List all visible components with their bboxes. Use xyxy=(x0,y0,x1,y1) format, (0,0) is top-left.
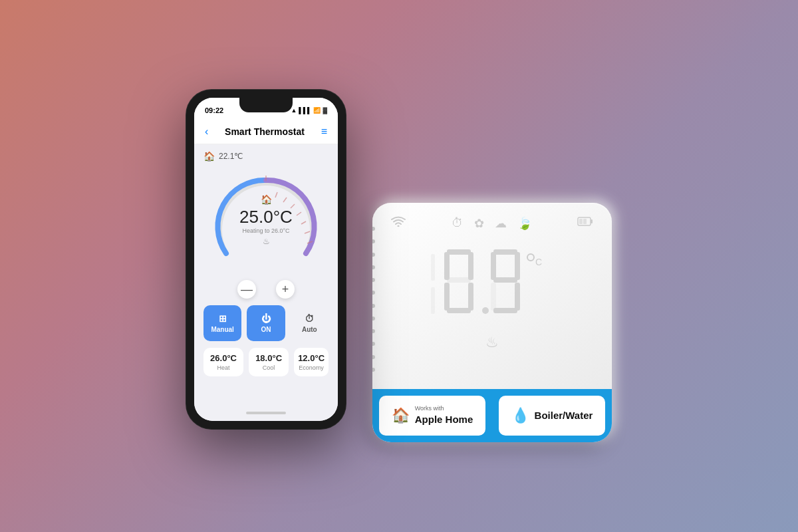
signal-icon: ▌▌▌ xyxy=(299,107,311,114)
boiler-text: Boiler/Water xyxy=(535,409,593,422)
thermostat-dial: 🏠 25.0°C Heating to 26.0°C ♨ xyxy=(203,167,329,273)
svg-line-3 xyxy=(297,212,301,215)
vent-slot xyxy=(372,265,375,269)
status-time: 09:22 xyxy=(205,106,223,114)
svg-rect-13 xyxy=(431,254,435,281)
heating-status: Heating to 26.0°C xyxy=(239,227,293,235)
auto-mode-button[interactable]: ⏱ Auto xyxy=(291,305,329,341)
phone-nav: ‹ Smart Thermostat ≡ xyxy=(194,119,338,144)
water-drop-icon: 💧 xyxy=(511,407,529,424)
cool-preset: 18.0°C Cool xyxy=(249,348,289,376)
phone-mockup: 09:22 ▲ ▌▌▌ 📶 ▓ ‹ Smart Thermostat ≡ 🏠 xyxy=(186,90,346,429)
power-icon: ⏻ xyxy=(261,313,271,324)
schedule-icon: ⏱ xyxy=(452,216,464,231)
svg-point-8 xyxy=(398,225,400,227)
svg-line-2 xyxy=(301,221,306,224)
manual-label: Manual xyxy=(211,326,233,333)
product-scene: 09:22 ▲ ▌▌▌ 📶 ▓ ‹ Smart Thermostat ≡ 🏠 xyxy=(186,90,612,442)
dial-home-icon: 🏠 xyxy=(239,194,293,205)
temperature-controls: — + xyxy=(203,280,329,299)
svg-rect-24 xyxy=(491,252,496,280)
phone-notch xyxy=(239,98,293,112)
svg-rect-25 xyxy=(515,252,520,280)
home-bar xyxy=(246,412,286,414)
increase-temp-button[interactable]: + xyxy=(276,280,295,299)
device-temperature-display: C xyxy=(372,237,612,334)
svg-rect-28 xyxy=(515,283,520,311)
vent-slot xyxy=(372,291,375,295)
svg-rect-23 xyxy=(493,249,517,255)
dial-temperature: 25.0°C xyxy=(239,207,293,227)
svg-rect-21 xyxy=(447,308,471,313)
compatibility-badge-bar: 🏠 Works with Apple Home 💧 Boiler/Water xyxy=(372,389,612,442)
on-mode-button[interactable]: ⏻ ON xyxy=(247,305,285,341)
vent-slot xyxy=(372,253,375,257)
home-bar-area xyxy=(194,405,338,421)
svg-text:C: C xyxy=(535,257,542,267)
settings-icon: ✿ xyxy=(474,216,484,231)
menu-button[interactable]: ≡ xyxy=(321,126,327,138)
svg-rect-11 xyxy=(579,219,583,224)
segment-display-svg: C xyxy=(399,244,585,324)
svg-point-22 xyxy=(482,307,489,314)
svg-rect-20 xyxy=(468,283,473,311)
svg-rect-17 xyxy=(468,252,473,280)
room-temp-value: 22.1℃ xyxy=(219,152,243,161)
wifi-status-icon xyxy=(391,216,406,231)
room-temperature: 🏠 22.1℃ xyxy=(203,151,329,162)
svg-rect-10 xyxy=(591,219,593,223)
boiler-water-badge: 💧 Boiler/Water xyxy=(499,396,605,436)
device-top-icons: ⏱ ✿ ☁ 🍃 xyxy=(372,203,612,237)
flame-indicator: ♨ xyxy=(239,237,293,246)
wifi-icon: 📶 xyxy=(313,107,321,114)
thermostat-device: ⏱ ✿ ☁ 🍃 xyxy=(372,203,612,442)
vent-slot xyxy=(372,355,375,359)
vent-slot xyxy=(372,342,375,346)
heating-flame-icon: ♨ xyxy=(485,334,499,351)
mode-buttons-container: ⊞ Manual ⏻ ON ⏱ Auto xyxy=(203,305,329,341)
auto-label: Auto xyxy=(302,326,317,333)
on-label: ON xyxy=(261,326,271,333)
svg-line-1 xyxy=(305,231,310,233)
svg-rect-26 xyxy=(493,277,517,283)
home-temp-icon: 🏠 xyxy=(203,151,215,162)
battery-icon: ▓ xyxy=(323,107,327,114)
vent-slot xyxy=(372,329,375,333)
manual-mode-button[interactable]: ⊞ Manual xyxy=(203,305,241,341)
works-with-label: Works with xyxy=(415,405,473,413)
apple-home-icon: 🏠 xyxy=(392,407,410,424)
svg-rect-14 xyxy=(431,287,435,314)
svg-rect-27 xyxy=(491,283,496,311)
app-content: 🏠 22.1℃ xyxy=(194,144,338,405)
heat-label: Heat xyxy=(207,364,239,371)
vent-slot xyxy=(372,368,375,372)
cloud-icon: ☁ xyxy=(495,216,507,231)
svg-rect-18 xyxy=(447,277,471,283)
apple-home-label: Apple Home xyxy=(415,413,473,426)
economy-label: Economy xyxy=(298,364,325,371)
cool-label: Cool xyxy=(253,364,285,371)
auto-icon: ⏱ xyxy=(305,313,314,324)
device-heat-icon: ♨ xyxy=(372,334,612,359)
phone-screen: 09:22 ▲ ▌▌▌ 📶 ▓ ‹ Smart Thermostat ≡ 🏠 xyxy=(194,98,338,421)
heat-value: 26.0°C xyxy=(207,353,239,363)
heat-preset: 26.0°C Heat xyxy=(203,348,243,376)
economy-preset: 12.0°C Economy xyxy=(294,348,329,376)
status-icons: ▲ ▌▌▌ 📶 ▓ xyxy=(291,107,327,114)
apple-home-text: Works with Apple Home xyxy=(415,405,473,426)
vent-slot xyxy=(372,278,375,282)
vent-slot xyxy=(372,239,375,243)
temperature-presets: 26.0°C Heat 18.0°C Cool 12.0°C Economy xyxy=(203,348,329,376)
vent-slot xyxy=(372,317,375,321)
svg-rect-12 xyxy=(583,219,587,224)
svg-rect-29 xyxy=(493,308,517,313)
decrease-temp-button[interactable]: — xyxy=(237,280,256,299)
back-button[interactable]: ‹ xyxy=(205,126,208,138)
battery-device-icon xyxy=(577,216,593,231)
svg-rect-16 xyxy=(444,252,450,280)
screen-title: Smart Thermostat xyxy=(225,126,305,137)
economy-value: 12.0°C xyxy=(298,353,325,363)
boiler-label: Boiler/Water xyxy=(535,409,593,422)
svg-point-30 xyxy=(527,254,534,261)
svg-rect-19 xyxy=(444,283,450,311)
